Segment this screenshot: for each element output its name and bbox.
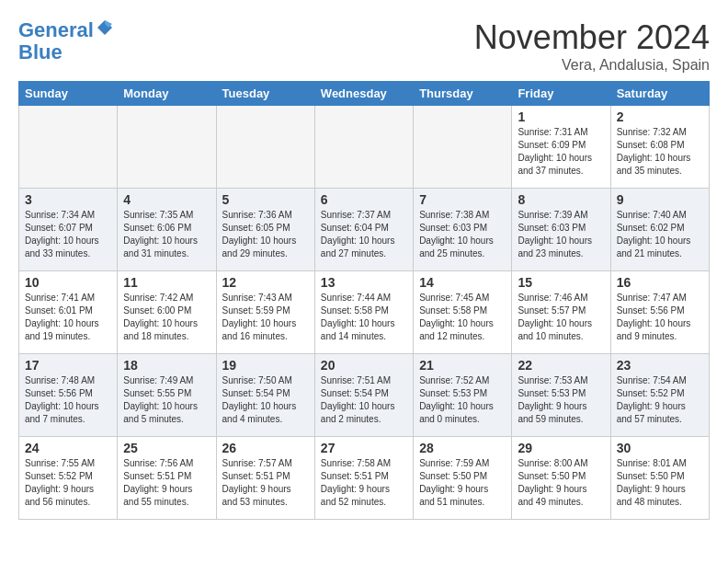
day-info: Sunrise: 7:38 AMSunset: 6:03 PMDaylight:… (419, 209, 506, 260)
day-number: 7 (419, 192, 506, 207)
day-info: Sunrise: 7:34 AMSunset: 6:07 PMDaylight:… (25, 209, 111, 260)
calendar-day: 6Sunrise: 7:37 AMSunset: 6:04 PMDaylight… (314, 189, 413, 271)
calendar-day: 14Sunrise: 7:45 AMSunset: 5:58 PMDayligh… (414, 271, 512, 354)
day-number: 22 (518, 358, 604, 373)
day-number: 14 (419, 275, 506, 290)
calendar-day: 21Sunrise: 7:52 AMSunset: 5:53 PMDayligh… (414, 354, 512, 437)
logo-blue-text: Blue (18, 41, 114, 63)
logo-text: General (18, 18, 114, 41)
day-info: Sunrise: 7:59 AMSunset: 5:50 PMDaylight:… (419, 457, 506, 509)
calendar-day: 15Sunrise: 7:46 AMSunset: 5:57 PMDayligh… (512, 271, 610, 354)
day-number: 21 (419, 358, 506, 373)
day-number: 26 (222, 441, 309, 455)
day-number: 9 (617, 192, 703, 207)
calendar-day (314, 106, 413, 189)
calendar-day: 12Sunrise: 7:43 AMSunset: 5:59 PMDayligh… (216, 271, 314, 354)
day-info: Sunrise: 7:58 AMSunset: 5:51 PMDaylight:… (321, 457, 407, 509)
day-number: 6 (321, 192, 407, 207)
calendar-day: 3Sunrise: 7:34 AMSunset: 6:07 PMDaylight… (19, 189, 118, 271)
day-number: 18 (123, 358, 210, 373)
day-info: Sunrise: 7:43 AMSunset: 5:59 PMDaylight:… (222, 292, 309, 343)
calendar-day: 4Sunrise: 7:35 AMSunset: 6:06 PMDaylight… (118, 189, 216, 271)
day-number: 23 (617, 358, 703, 373)
day-number: 1 (518, 109, 604, 124)
weekday-header-wednesday: Wednesday (314, 82, 413, 106)
day-number: 28 (419, 441, 506, 455)
day-info: Sunrise: 7:56 AMSunset: 5:51 PMDaylight:… (123, 457, 210, 509)
calendar-day: 16Sunrise: 7:47 AMSunset: 5:56 PMDayligh… (610, 271, 709, 354)
day-info: Sunrise: 7:44 AMSunset: 5:58 PMDaylight:… (321, 292, 407, 343)
day-info: Sunrise: 7:49 AMSunset: 5:55 PMDaylight:… (123, 374, 210, 426)
day-info: Sunrise: 7:41 AMSunset: 6:01 PMDaylight:… (25, 292, 111, 343)
calendar-day (19, 106, 118, 189)
calendar-week-row: 3Sunrise: 7:34 AMSunset: 6:07 PMDaylight… (19, 189, 710, 271)
day-info: Sunrise: 8:00 AMSunset: 5:50 PMDaylight:… (518, 457, 604, 509)
day-number: 24 (25, 441, 111, 455)
page-header: General Blue November 2024 Vera, Andalus… (18, 18, 710, 74)
calendar-day: 11Sunrise: 7:42 AMSunset: 6:00 PMDayligh… (118, 271, 216, 354)
calendar-week-row: 24Sunrise: 7:55 AMSunset: 5:52 PMDayligh… (19, 437, 710, 520)
calendar-day: 26Sunrise: 7:57 AMSunset: 5:51 PMDayligh… (216, 437, 314, 520)
day-info: Sunrise: 7:53 AMSunset: 5:53 PMDaylight:… (518, 374, 604, 426)
day-number: 4 (123, 192, 210, 207)
day-info: Sunrise: 7:46 AMSunset: 5:57 PMDaylight:… (518, 292, 604, 343)
weekday-header-monday: Monday (118, 82, 216, 106)
location: Vera, Andalusia, Spain (474, 57, 710, 74)
calendar-table: SundayMondayTuesdayWednesdayThursdayFrid… (18, 81, 710, 520)
day-number: 15 (518, 275, 604, 290)
calendar-day: 23Sunrise: 7:54 AMSunset: 5:52 PMDayligh… (610, 354, 709, 437)
day-number: 13 (321, 275, 407, 290)
calendar-day: 5Sunrise: 7:36 AMSunset: 6:05 PMDaylight… (216, 189, 314, 271)
calendar-day: 9Sunrise: 7:40 AMSunset: 6:02 PMDaylight… (610, 189, 709, 271)
day-info: Sunrise: 7:48 AMSunset: 5:56 PMDaylight:… (25, 374, 111, 426)
calendar-day: 20Sunrise: 7:51 AMSunset: 5:54 PMDayligh… (314, 354, 413, 437)
calendar-day (414, 106, 512, 189)
logo-icon (96, 18, 114, 37)
calendar-day: 28Sunrise: 7:59 AMSunset: 5:50 PMDayligh… (414, 437, 512, 520)
calendar-day (118, 106, 216, 189)
weekday-header-sunday: Sunday (19, 82, 118, 106)
day-number: 12 (222, 275, 309, 290)
day-number: 2 (617, 109, 703, 124)
calendar-day: 7Sunrise: 7:38 AMSunset: 6:03 PMDaylight… (414, 189, 512, 271)
calendar-day: 24Sunrise: 7:55 AMSunset: 5:52 PMDayligh… (19, 437, 118, 520)
calendar-day: 1Sunrise: 7:31 AMSunset: 6:09 PMDaylight… (512, 106, 610, 189)
day-info: Sunrise: 7:37 AMSunset: 6:04 PMDaylight:… (321, 209, 407, 260)
day-info: Sunrise: 7:42 AMSunset: 6:00 PMDaylight:… (123, 292, 210, 343)
calendar-day: 13Sunrise: 7:44 AMSunset: 5:58 PMDayligh… (314, 271, 413, 354)
day-number: 19 (222, 358, 309, 373)
calendar-day: 10Sunrise: 7:41 AMSunset: 6:01 PMDayligh… (19, 271, 118, 354)
calendar-week-row: 17Sunrise: 7:48 AMSunset: 5:56 PMDayligh… (19, 354, 710, 437)
calendar-day: 8Sunrise: 7:39 AMSunset: 6:03 PMDaylight… (512, 189, 610, 271)
calendar-day: 22Sunrise: 7:53 AMSunset: 5:53 PMDayligh… (512, 354, 610, 437)
day-info: Sunrise: 7:32 AMSunset: 6:08 PMDaylight:… (617, 126, 703, 178)
day-number: 29 (518, 441, 604, 455)
day-info: Sunrise: 7:47 AMSunset: 5:56 PMDaylight:… (617, 292, 703, 343)
calendar-week-row: 1Sunrise: 7:31 AMSunset: 6:09 PMDaylight… (19, 106, 710, 189)
day-info: Sunrise: 7:35 AMSunset: 6:06 PMDaylight:… (123, 209, 210, 260)
calendar-week-row: 10Sunrise: 7:41 AMSunset: 6:01 PMDayligh… (19, 271, 710, 354)
day-info: Sunrise: 7:40 AMSunset: 6:02 PMDaylight:… (617, 209, 703, 260)
day-number: 30 (617, 441, 703, 455)
day-number: 3 (25, 192, 111, 207)
day-info: Sunrise: 7:50 AMSunset: 5:54 PMDaylight:… (222, 374, 309, 426)
calendar-day: 19Sunrise: 7:50 AMSunset: 5:54 PMDayligh… (216, 354, 314, 437)
title-block: November 2024 Vera, Andalusia, Spain (474, 18, 710, 74)
calendar-day: 29Sunrise: 8:00 AMSunset: 5:50 PMDayligh… (512, 437, 610, 520)
month-title: November 2024 (474, 18, 710, 57)
calendar-day: 18Sunrise: 7:49 AMSunset: 5:55 PMDayligh… (118, 354, 216, 437)
day-number: 27 (321, 441, 407, 455)
day-info: Sunrise: 7:39 AMSunset: 6:03 PMDaylight:… (518, 209, 604, 260)
day-number: 8 (518, 192, 604, 207)
weekday-header-friday: Friday (512, 82, 610, 106)
day-info: Sunrise: 7:52 AMSunset: 5:53 PMDaylight:… (419, 374, 506, 426)
calendar-day: 27Sunrise: 7:58 AMSunset: 5:51 PMDayligh… (314, 437, 413, 520)
calendar-day: 25Sunrise: 7:56 AMSunset: 5:51 PMDayligh… (118, 437, 216, 520)
weekday-header-saturday: Saturday (610, 82, 709, 106)
day-number: 25 (123, 441, 210, 455)
day-info: Sunrise: 7:57 AMSunset: 5:51 PMDaylight:… (222, 457, 309, 509)
day-number: 20 (321, 358, 407, 373)
calendar-day: 2Sunrise: 7:32 AMSunset: 6:08 PMDaylight… (610, 106, 709, 189)
day-info: Sunrise: 7:31 AMSunset: 6:09 PMDaylight:… (518, 126, 604, 178)
day-number: 17 (25, 358, 111, 373)
